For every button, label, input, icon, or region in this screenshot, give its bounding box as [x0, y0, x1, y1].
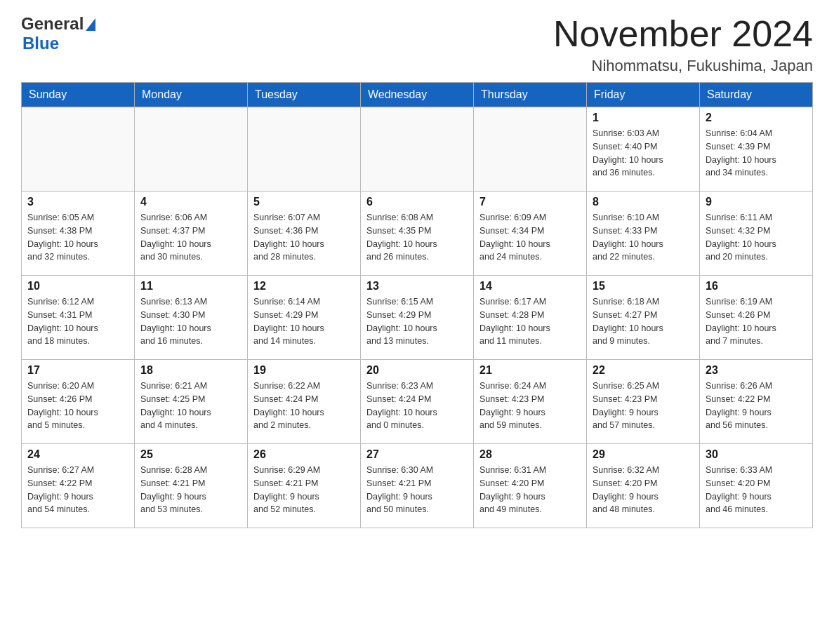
calendar-cell: 3Sunrise: 6:05 AM Sunset: 4:38 PM Daylig…: [22, 192, 135, 276]
day-number: 6: [366, 196, 468, 208]
calendar-cell: 30Sunrise: 6:33 AM Sunset: 4:20 PM Dayli…: [700, 444, 813, 528]
calendar-cell: 16Sunrise: 6:19 AM Sunset: 4:26 PM Dayli…: [700, 276, 813, 360]
day-number: 1: [593, 112, 694, 124]
calendar-cell: 9Sunrise: 6:11 AM Sunset: 4:32 PM Daylig…: [700, 192, 813, 276]
day-number: 3: [27, 196, 128, 208]
logo-top: General: [21, 14, 95, 34]
day-number: 17: [27, 364, 128, 377]
month-title: November 2024: [553, 14, 813, 54]
weekday-header-wednesday: Wednesday: [361, 83, 474, 107]
logo-triangle-icon: [86, 18, 95, 31]
calendar-cell: 7Sunrise: 6:09 AM Sunset: 4:34 PM Daylig…: [474, 192, 587, 276]
day-info: Sunrise: 6:09 AM Sunset: 4:34 PM Dayligh…: [479, 211, 581, 264]
calendar-cell: [248, 107, 361, 192]
day-info: Sunrise: 6:03 AM Sunset: 4:40 PM Dayligh…: [593, 127, 694, 180]
calendar-week-row: 1Sunrise: 6:03 AM Sunset: 4:40 PM Daylig…: [22, 107, 813, 192]
calendar-cell: 28Sunrise: 6:31 AM Sunset: 4:20 PM Dayli…: [474, 444, 587, 528]
calendar-cell: 6Sunrise: 6:08 AM Sunset: 4:35 PM Daylig…: [361, 192, 474, 276]
day-number: 27: [366, 448, 468, 461]
day-info: Sunrise: 6:22 AM Sunset: 4:24 PM Dayligh…: [253, 380, 355, 432]
day-info: Sunrise: 6:07 AM Sunset: 4:36 PM Dayligh…: [253, 211, 355, 264]
day-number: 24: [27, 448, 128, 461]
day-number: 12: [253, 280, 355, 293]
calendar-cell: 19Sunrise: 6:22 AM Sunset: 4:24 PM Dayli…: [248, 360, 361, 444]
day-info: Sunrise: 6:23 AM Sunset: 4:24 PM Dayligh…: [366, 380, 468, 432]
day-info: Sunrise: 6:29 AM Sunset: 4:21 PM Dayligh…: [253, 464, 355, 516]
calendar-header-row: SundayMondayTuesdayWednesdayThursdayFrid…: [22, 83, 813, 107]
day-info: Sunrise: 6:20 AM Sunset: 4:26 PM Dayligh…: [27, 380, 128, 432]
calendar-cell: 26Sunrise: 6:29 AM Sunset: 4:21 PM Dayli…: [248, 444, 361, 528]
calendar-cell: 1Sunrise: 6:03 AM Sunset: 4:40 PM Daylig…: [587, 107, 700, 192]
calendar-cell: 29Sunrise: 6:32 AM Sunset: 4:20 PM Dayli…: [587, 444, 700, 528]
day-info: Sunrise: 6:24 AM Sunset: 4:23 PM Dayligh…: [479, 380, 581, 432]
day-info: Sunrise: 6:05 AM Sunset: 4:38 PM Dayligh…: [27, 211, 128, 264]
day-number: 18: [140, 364, 241, 377]
day-info: Sunrise: 6:26 AM Sunset: 4:22 PM Dayligh…: [706, 380, 807, 432]
day-number: 5: [253, 196, 355, 208]
day-number: 7: [479, 196, 581, 208]
day-info: Sunrise: 6:25 AM Sunset: 4:23 PM Dayligh…: [593, 380, 694, 432]
day-number: 11: [140, 280, 241, 293]
weekday-header-thursday: Thursday: [474, 83, 587, 107]
day-number: 13: [366, 280, 468, 293]
day-number: 2: [706, 112, 807, 124]
day-number: 25: [140, 448, 241, 461]
day-info: Sunrise: 6:30 AM Sunset: 4:21 PM Dayligh…: [366, 464, 468, 516]
day-info: Sunrise: 6:33 AM Sunset: 4:20 PM Dayligh…: [706, 464, 807, 516]
calendar-cell: [361, 107, 474, 192]
day-info: Sunrise: 6:27 AM Sunset: 4:22 PM Dayligh…: [27, 464, 128, 516]
day-number: 8: [593, 196, 694, 208]
day-number: 28: [479, 448, 581, 461]
calendar-cell: 2Sunrise: 6:04 AM Sunset: 4:39 PM Daylig…: [700, 107, 813, 192]
day-number: 21: [479, 364, 581, 377]
day-number: 20: [366, 364, 468, 377]
weekday-header-tuesday: Tuesday: [248, 83, 361, 107]
day-info: Sunrise: 6:31 AM Sunset: 4:20 PM Dayligh…: [479, 464, 581, 516]
logo: General Blue: [21, 14, 95, 53]
day-info: Sunrise: 6:08 AM Sunset: 4:35 PM Dayligh…: [366, 211, 468, 264]
calendar-cell: 14Sunrise: 6:17 AM Sunset: 4:28 PM Dayli…: [474, 276, 587, 360]
day-number: 14: [479, 280, 581, 293]
day-info: Sunrise: 6:15 AM Sunset: 4:29 PM Dayligh…: [366, 295, 468, 348]
day-number: 9: [706, 196, 807, 208]
logo-blue-text: Blue: [22, 34, 59, 53]
day-info: Sunrise: 6:14 AM Sunset: 4:29 PM Dayligh…: [253, 295, 355, 348]
day-number: 22: [593, 364, 694, 377]
calendar-cell: [474, 107, 587, 192]
day-number: 4: [140, 196, 241, 208]
calendar-cell: 22Sunrise: 6:25 AM Sunset: 4:23 PM Dayli…: [587, 360, 700, 444]
calendar-table: SundayMondayTuesdayWednesdayThursdayFrid…: [21, 82, 813, 528]
calendar-cell: 8Sunrise: 6:10 AM Sunset: 4:33 PM Daylig…: [587, 192, 700, 276]
calendar-cell: 12Sunrise: 6:14 AM Sunset: 4:29 PM Dayli…: [248, 276, 361, 360]
day-info: Sunrise: 6:17 AM Sunset: 4:28 PM Dayligh…: [479, 295, 581, 348]
calendar-cell: 27Sunrise: 6:30 AM Sunset: 4:21 PM Dayli…: [361, 444, 474, 528]
calendar-cell: [135, 107, 248, 192]
day-number: 23: [706, 364, 807, 377]
day-info: Sunrise: 6:04 AM Sunset: 4:39 PM Dayligh…: [706, 127, 807, 180]
calendar-cell: [22, 107, 135, 192]
day-info: Sunrise: 6:21 AM Sunset: 4:25 PM Dayligh…: [140, 380, 241, 432]
calendar-cell: 17Sunrise: 6:20 AM Sunset: 4:26 PM Dayli…: [22, 360, 135, 444]
calendar-cell: 13Sunrise: 6:15 AM Sunset: 4:29 PM Dayli…: [361, 276, 474, 360]
calendar-cell: 25Sunrise: 6:28 AM Sunset: 4:21 PM Dayli…: [135, 444, 248, 528]
day-info: Sunrise: 6:19 AM Sunset: 4:26 PM Dayligh…: [706, 295, 807, 348]
day-info: Sunrise: 6:18 AM Sunset: 4:27 PM Dayligh…: [593, 295, 694, 348]
calendar-week-row: 24Sunrise: 6:27 AM Sunset: 4:22 PM Dayli…: [22, 444, 813, 528]
day-info: Sunrise: 6:11 AM Sunset: 4:32 PM Dayligh…: [706, 211, 807, 264]
day-number: 15: [593, 280, 694, 293]
day-number: 19: [253, 364, 355, 377]
calendar-cell: 11Sunrise: 6:13 AM Sunset: 4:30 PM Dayli…: [135, 276, 248, 360]
calendar-week-row: 10Sunrise: 6:12 AM Sunset: 4:31 PM Dayli…: [22, 276, 813, 360]
calendar-cell: 15Sunrise: 6:18 AM Sunset: 4:27 PM Dayli…: [587, 276, 700, 360]
calendar-cell: 4Sunrise: 6:06 AM Sunset: 4:37 PM Daylig…: [135, 192, 248, 276]
day-number: 16: [706, 280, 807, 293]
day-info: Sunrise: 6:28 AM Sunset: 4:21 PM Dayligh…: [140, 464, 241, 516]
day-number: 30: [706, 448, 807, 461]
day-number: 10: [27, 280, 128, 293]
calendar-cell: 20Sunrise: 6:23 AM Sunset: 4:24 PM Dayli…: [361, 360, 474, 444]
page-header: General Blue November 2024 Nihommatsu, F…: [21, 14, 813, 75]
calendar-cell: 10Sunrise: 6:12 AM Sunset: 4:31 PM Dayli…: [22, 276, 135, 360]
weekday-header-monday: Monday: [135, 83, 248, 107]
calendar-cell: 21Sunrise: 6:24 AM Sunset: 4:23 PM Dayli…: [474, 360, 587, 444]
calendar-cell: 5Sunrise: 6:07 AM Sunset: 4:36 PM Daylig…: [248, 192, 361, 276]
